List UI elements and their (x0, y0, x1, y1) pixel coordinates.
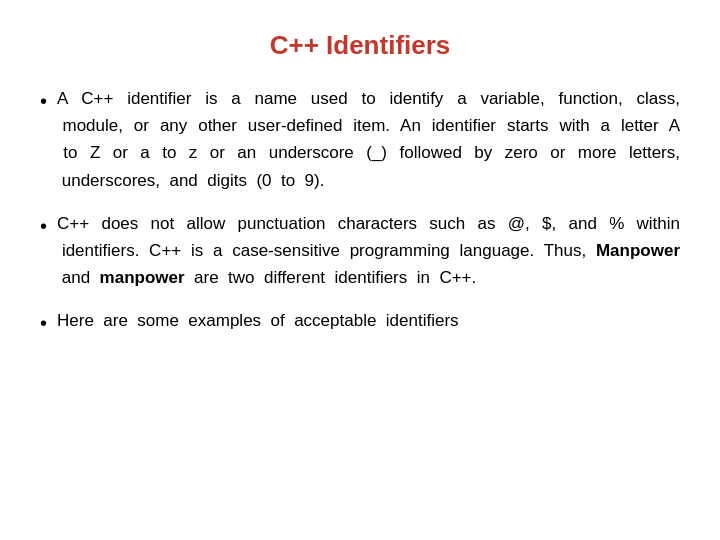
list-item: A C++ identifier is a name used to ident… (40, 85, 680, 194)
bold-manpower: Manpower (596, 241, 680, 260)
bullet-text-2: C++ does not allow punctuation character… (57, 210, 680, 292)
bold-manpower-lower: manpower (100, 268, 185, 287)
bullet-text-1: A C++ identifier is a name used to ident… (57, 85, 680, 194)
main-content: A C++ identifier is a name used to ident… (40, 85, 680, 355)
page-title: C++ Identifiers (270, 30, 451, 61)
bullet-text-3: Here are some examples of acceptable ide… (57, 307, 680, 334)
bullet-list: A C++ identifier is a name used to ident… (40, 85, 680, 339)
list-item: Here are some examples of acceptable ide… (40, 307, 680, 339)
list-item: C++ does not allow punctuation character… (40, 210, 680, 292)
